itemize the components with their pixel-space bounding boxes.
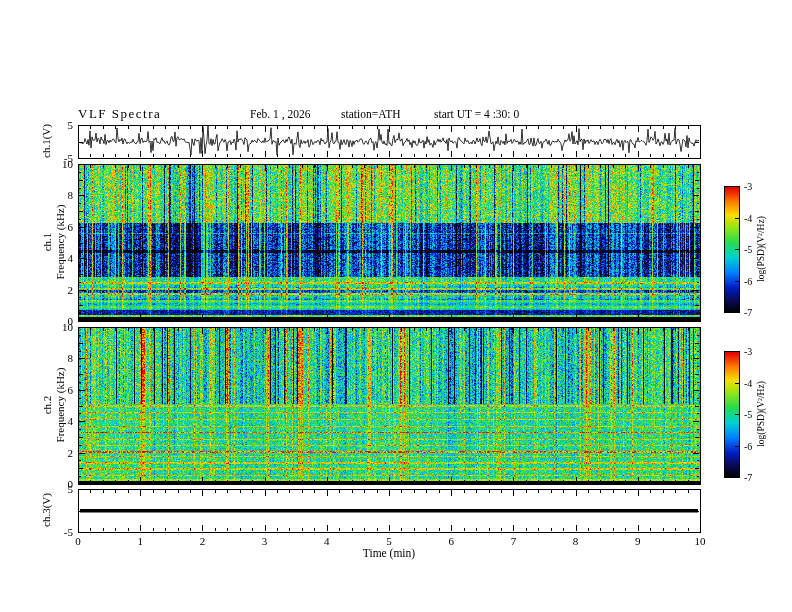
ch2-spec-ytick-label: 6 (68, 384, 74, 396)
ch1-spec-axis-label: Frequency (kHz) (54, 205, 66, 280)
colorbar-tick-label: -7 (744, 307, 752, 318)
ch1-spec-channel-label: ch.1 (41, 233, 53, 252)
ch1-spec-ytick-label: 4 (68, 252, 74, 264)
colorbar-tick-label: -3 (744, 181, 752, 192)
x-tick-label: 5 (386, 535, 392, 547)
ch1-spec-ytick-label: 8 (68, 189, 74, 201)
ch2-spec-ytick-label: 4 (68, 415, 74, 427)
ch1-wave-ytick-label: 5 (68, 119, 74, 131)
plot-start-ut: start UT = 4 :30: 0 (434, 108, 519, 120)
x-tick-label: 9 (635, 535, 641, 547)
colorbar1-label: log(PSD)(V²/Hz) (756, 216, 766, 282)
ch1-spec-ytick-label: 6 (68, 221, 74, 233)
colorbar-tick-label: -3 (744, 346, 752, 357)
plot-date: Feb. 1 , 2026 (250, 108, 310, 120)
x-tick-label: 1 (137, 535, 143, 547)
x-tick-label: 4 (324, 535, 330, 547)
x-tick-label: 2 (200, 535, 206, 547)
ch2-spec-ytick-label: 2 (68, 447, 74, 459)
x-tick-label: 6 (448, 535, 454, 547)
ch2-spec-channel-label: ch.2 (41, 396, 53, 415)
x-axis-label: Time (min) (363, 547, 415, 559)
colorbar-tick-label: -6 (744, 275, 752, 286)
colorbar-tick-label: -5 (744, 244, 752, 255)
x-tick-label: 7 (511, 535, 517, 547)
colorbar-tick-label: -6 (744, 440, 752, 451)
colorbar2-label: log(PSD)(V²/Hz) (756, 381, 766, 447)
ch1-spec-ytick-label: 10 (62, 158, 73, 170)
colorbar-tick-label: -4 (744, 377, 752, 388)
x-tick-label: 8 (573, 535, 579, 547)
page-title: VLF Spectra (78, 106, 161, 122)
x-tick-label: 10 (695, 535, 706, 547)
ch1-spec-ytick-label: 2 (68, 284, 74, 296)
colorbar-tick-label: -5 (744, 409, 752, 420)
ch3-wave-ytick-label: -5 (64, 526, 73, 538)
ch2-spec-ytick-label: 0 (68, 478, 74, 490)
ch2-spec-ytick-label: 10 (62, 321, 73, 333)
colorbar-tick-label: -7 (744, 472, 752, 483)
x-tick-label: 3 (262, 535, 268, 547)
vlf-spectra-figure: VLF Spectra Feb. 1 , 2026 station=ATH st… (0, 0, 792, 612)
plot-station: station=ATH (341, 108, 401, 120)
ch3-wave-ylabel: ch.3(V) (40, 493, 52, 527)
colorbar-tick-label: -4 (744, 212, 752, 223)
ch2-spec-axis-label: Frequency (kHz) (54, 368, 66, 443)
x-tick-label: 0 (75, 535, 81, 547)
ch2-spec-ytick-label: 8 (68, 352, 74, 364)
plot-canvas (0, 0, 792, 612)
ch1-wave-ylabel: ch.1(V) (40, 124, 52, 158)
